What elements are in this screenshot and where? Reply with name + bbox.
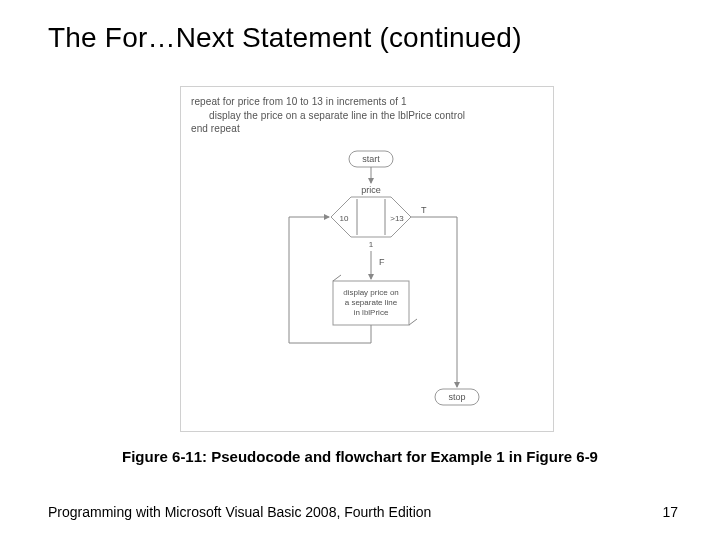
pseudo-line-1: repeat for price from 10 to 13 in increm… xyxy=(191,96,407,107)
process-line-1: display price on xyxy=(343,288,399,297)
loop-var-label: price xyxy=(361,185,381,195)
page-number: 17 xyxy=(662,504,678,520)
true-label: T xyxy=(421,205,427,215)
false-label: F xyxy=(379,257,385,267)
process-line-3: in lblPrice xyxy=(354,308,389,317)
slide-title: The For…Next Statement (continued) xyxy=(48,22,690,54)
svg-line-2 xyxy=(409,319,417,325)
slide: The For…Next Statement (continued) repea… xyxy=(0,0,720,540)
figure-caption: Figure 6-11: Pseudocode and flowchart fo… xyxy=(0,448,720,465)
start-label: start xyxy=(362,154,380,164)
footer-text: Programming with Microsoft Visual Basic … xyxy=(48,504,431,520)
hex-step: 1 xyxy=(369,240,374,249)
arrow-true-to-stop xyxy=(411,217,457,387)
flowchart: start price 10 >13 1 T F xyxy=(181,147,553,431)
svg-line-1 xyxy=(333,275,341,281)
figure-box: repeat for price from 10 to 13 in increm… xyxy=(180,86,554,432)
pseudocode-block: repeat for price from 10 to 13 in increm… xyxy=(191,95,543,136)
pseudo-line-2: display the price on a separate line in … xyxy=(191,109,543,123)
pseudo-line-3: end repeat xyxy=(191,123,240,134)
stop-label: stop xyxy=(448,392,465,402)
process-line-2: a separate line xyxy=(345,298,398,307)
hex-init: 10 xyxy=(340,214,349,223)
hex-cond: >13 xyxy=(390,214,404,223)
